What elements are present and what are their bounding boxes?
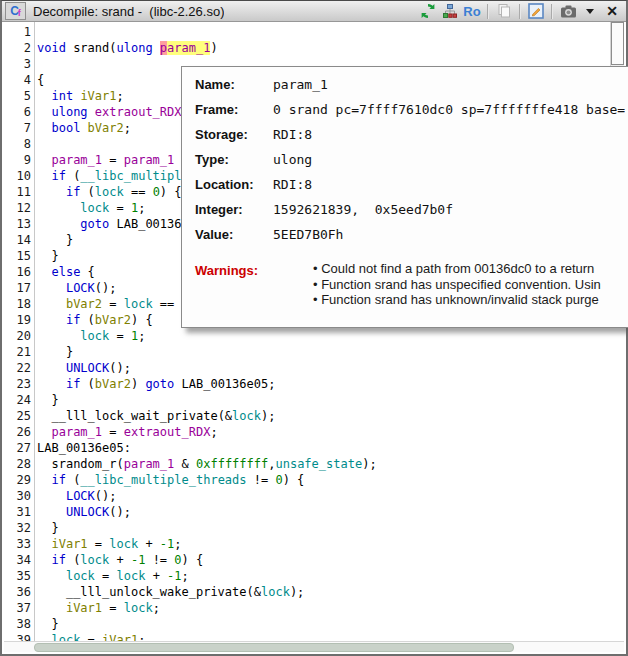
line-number: 7 [4, 120, 34, 136]
graph-icon [443, 4, 457, 18]
line-number: 27 [4, 440, 34, 456]
code-line[interactable]: 28 srandom_r(param_1 & 0xffffffff,unsafe… [4, 456, 610, 472]
line-number: 24 [4, 392, 34, 408]
code-text: else { [34, 264, 95, 280]
window-menu-button[interactable] [581, 2, 599, 20]
code-text: if (__libc_multiple [34, 168, 189, 184]
code-line[interactable]: 31 UNLOCK(); [4, 504, 610, 520]
line-number: 28 [4, 456, 34, 472]
tooltip-rows: Name:param_1Frame:0 srand pc=7ffff7610dc… [195, 75, 628, 250]
code-line[interactable]: 33 iVar1 = lock + -1; [4, 536, 610, 552]
tooltip-row-value: param_1 [273, 75, 328, 92]
code-line[interactable]: 2void srand(ulong param_1) [4, 40, 610, 56]
snapshot-button[interactable] [559, 2, 577, 20]
tooltip-row: Name:param_1 [195, 75, 628, 100]
code-line[interactable]: 38 } [4, 616, 610, 632]
chevron-down-icon [586, 9, 594, 14]
code-text: lock = 1; [34, 328, 145, 344]
line-number: 34 [4, 552, 34, 568]
line-number: 12 [4, 200, 34, 216]
tooltip-row-value: 5EED7B0Fh [273, 225, 343, 242]
code-text: lock = 1; [34, 200, 145, 216]
tooltip-row-label: Storage: [195, 125, 273, 142]
line-number: 1 [4, 24, 34, 40]
code-line[interactable]: 24 } [4, 392, 610, 408]
tooltip-row-label: Frame: [195, 100, 273, 117]
titlebar: Cf Decompile: srand - (libc-2.26.so) [2, 1, 626, 22]
tooltip-row: Integer:1592621839, 0x5eed7b0f [195, 200, 628, 225]
line-number: 11 [4, 184, 34, 200]
line-number: 22 [4, 360, 34, 376]
horizontal-scrollbar-thumb[interactable] [34, 643, 514, 652]
line-number: 6 [4, 104, 34, 120]
close-button[interactable]: ✕ [603, 2, 621, 20]
code-text: } [34, 520, 59, 536]
code-text: param_1 = extraout_RDX; [34, 424, 218, 440]
line-number: 5 [4, 88, 34, 104]
line-number: 25 [4, 408, 34, 424]
horizontal-scrollbar[interactable] [4, 641, 624, 652]
edit-pencil-icon [528, 3, 544, 19]
code-text: iVar1 = lock; [34, 600, 160, 616]
code-text: LOCK(); [34, 488, 117, 504]
code-line[interactable]: 34 if (lock + -1 != 0) { [4, 552, 610, 568]
tooltip-row-value: RDI:8 [273, 125, 312, 142]
code-line[interactable]: 32 } [4, 520, 610, 536]
line-number: 14 [4, 232, 34, 248]
edit-button[interactable] [527, 2, 545, 20]
code-line[interactable]: 30 LOCK(); [4, 488, 610, 504]
line-number: 20 [4, 328, 34, 344]
code-line[interactable]: 20 lock = 1; [4, 328, 610, 344]
code-line[interactable]: 1 [4, 24, 610, 40]
code-text: bVar2 = lock == 0 [34, 296, 189, 312]
ro-button[interactable]: Ro [463, 2, 481, 20]
tooltip-row-label: Value: [195, 225, 273, 242]
tooltip-row: Storage:RDI:8 [195, 125, 628, 150]
code-text: UNLOCK(); [34, 504, 131, 520]
line-number: 21 [4, 344, 34, 360]
copy-button[interactable] [495, 2, 513, 20]
code-line[interactable]: 25 __lll_lock_wait_private(&lock); [4, 408, 610, 424]
line-number: 26 [4, 424, 34, 440]
code-text: ulong extraout_RDX; [34, 104, 189, 120]
warnings-label: Warnings: [195, 263, 258, 278]
line-number: 3 [4, 56, 34, 72]
tooltip-row-label: Location: [195, 175, 273, 192]
tooltip-row: Type:ulong [195, 150, 628, 175]
code-line[interactable]: 22 UNLOCK(); [4, 360, 610, 376]
tooltip-row-value: 0 srand pc=7ffff7610dc0 sp=7fffffffe418 … [273, 100, 625, 117]
code-line[interactable]: 35 lock = lock + -1; [4, 568, 610, 584]
toolbar-separator [551, 4, 553, 19]
line-number: 30 [4, 488, 34, 504]
code-text: void srand(ulong param_1) [34, 40, 218, 56]
copy-icon [496, 3, 512, 19]
ro-icon: Ro [463, 4, 480, 19]
code-text: { [34, 72, 44, 88]
code-text: } [34, 232, 73, 248]
tooltip-row-value: ulong [273, 150, 312, 167]
code-line[interactable]: 21 } [4, 344, 610, 360]
code-text: } [34, 248, 59, 264]
vertical-scrollbar-thumb[interactable] [611, 22, 624, 65]
code-line[interactable]: 37 iVar1 = lock; [4, 600, 610, 616]
tooltip-row-label: Name: [195, 75, 273, 92]
window-title: Decompile: srand - (libc-2.26.so) [33, 4, 224, 19]
code-line[interactable]: 36 __lll_unlock_wake_private(&lock); [4, 584, 610, 600]
code-line[interactable]: 29 if (__libc_multiple_threads != 0) { [4, 472, 610, 488]
code-line[interactable]: 26 param_1 = extraout_RDX; [4, 424, 610, 440]
code-text [34, 56, 37, 72]
code-text: if (__libc_multiple_threads != 0) { [34, 472, 304, 488]
code-text: srandom_r(param_1 & 0xffffffff,unsafe_st… [34, 456, 377, 472]
tooltip-row: Frame:0 srand pc=7ffff7610dc0 sp=7ffffff… [195, 100, 628, 125]
code-text: lock = lock + -1; [34, 568, 189, 584]
code-text: } [34, 344, 73, 360]
code-line[interactable]: 23 if (bVar2) goto LAB_00136e05; [4, 376, 610, 392]
warning-item: Function srand has unspecified conventio… [313, 277, 628, 293]
line-number: 36 [4, 584, 34, 600]
code-line[interactable]: 27LAB_00136e05: [4, 440, 610, 456]
graph-button[interactable] [441, 2, 459, 20]
refresh-button[interactable] [419, 2, 437, 20]
line-number: 10 [4, 168, 34, 184]
decompile-window: Cf Decompile: srand - (libc-2.26.so) [0, 0, 628, 656]
line-number: 16 [4, 264, 34, 280]
